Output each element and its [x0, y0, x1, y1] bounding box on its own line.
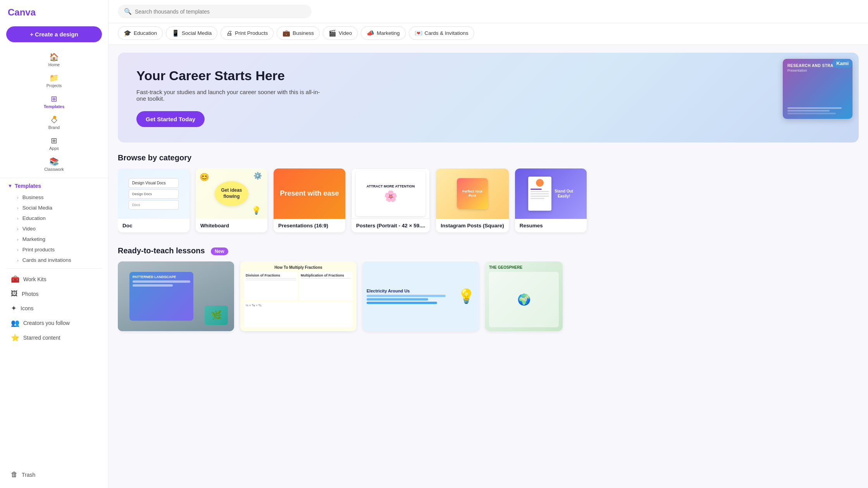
sidebar-nav-classwork[interactable]: 📚 Classwork [42, 154, 67, 175]
tab-business[interactable]: 💼 Business [277, 26, 320, 40]
category-card-posters[interactable]: Attract More Attention 🌸 Posters (Portra… [351, 168, 430, 232]
division-label: Division of Fractions [246, 273, 296, 277]
sidebar-item-marketing[interactable]: › Marketing [3, 234, 105, 244]
attract-attention-title: Attract More Attention [367, 185, 415, 189]
fractions-inner: How To Multiply Fractions Division of Fr… [240, 261, 356, 331]
landscape-inner: Patterned Landscape 🌿 [118, 261, 234, 331]
sidebar-item-trash[interactable]: 🗑 Trash [3, 467, 105, 482]
sidebar-item-starred-content[interactable]: ⭐ Starred content [3, 330, 105, 345]
sidebar-nav-apps[interactable]: ⊞ Apps [42, 133, 67, 154]
sidebar-item-creators-follow[interactable]: 👥 Creators you follow [3, 316, 105, 330]
landscape-bar-2 [133, 284, 173, 287]
sidebar-item-cards-invitations[interactable]: › Cards and invitations [3, 255, 105, 265]
classwork-icon: 📚 [49, 157, 59, 166]
doc-strip-3: Docs [129, 200, 179, 210]
sidebar-nav-projects[interactable]: 📁 Projects [42, 70, 67, 91]
tab-video[interactable]: 🎬 Video [323, 26, 358, 40]
trash-label: Trash [22, 472, 35, 478]
sidebar: Canva + Create a design 🏠 Home 📁 Project… [0, 0, 108, 488]
tab-print-products[interactable]: 🖨 Print Products [220, 26, 274, 40]
starred-icon: ⭐ [11, 333, 19, 342]
category-card-doc[interactable]: Design Visual Docs Design Docs Docs Doc [118, 168, 189, 232]
doc-card-image: Design Visual Docs Design Docs Docs [118, 168, 189, 219]
hero-title: Your Career Starts Here [136, 68, 330, 83]
elec-bar-2 [367, 298, 428, 301]
templates-section: ▼ Templates › Business › Social Media › … [0, 180, 108, 265]
multiplication-box: Multiplication of Fractions [299, 272, 353, 301]
hero-subtitle: Fast-track your studies and launch your … [136, 89, 322, 102]
new-badge: New [211, 247, 228, 255]
doc-inner-content: Design Visual Docs Design Docs Docs [118, 174, 189, 214]
posters-card-image: Attract More Attention 🌸 [351, 168, 430, 219]
hero-research-card: Research and Strategy Presentation [783, 59, 852, 119]
print-chevron-right-icon: › [17, 247, 19, 252]
lesson-card-electricity[interactable]: Electricity Around Us 💡 [363, 261, 479, 331]
cards-chevron-right-icon: › [17, 258, 19, 263]
search-bar-container: 🔍 [118, 5, 312, 18]
lesson-card-landscape[interactable]: Patterned Landscape 🌿 [118, 261, 234, 331]
sidebar-item-print-products[interactable]: › Print products [3, 244, 105, 255]
category-card-instagram[interactable]: Perfect Your Post Instagram Posts (Squar… [436, 168, 509, 232]
education-tab-icon: 🎓 [124, 29, 131, 37]
whiteboard-inner: 😊 ⚙️ Get ideasflowing 💡 [196, 168, 267, 219]
cards-tab-icon: 💌 [415, 29, 422, 37]
electricity-items [367, 295, 455, 304]
sidebar-nav-brand[interactable]: ◇ Brand [42, 112, 67, 133]
category-card-whiteboard[interactable]: 😊 ⚙️ Get ideasflowing 💡 Whiteboard [196, 168, 267, 232]
division-line-1 [246, 278, 296, 279]
electricity-title: Electricity Around Us [367, 289, 455, 293]
creators-icon: 👥 [11, 319, 19, 327]
category-cards-grid: Design Visual Docs Design Docs Docs Doc … [118, 168, 859, 235]
whiteboard-card-image: 😊 ⚙️ Get ideasflowing 💡 [196, 168, 267, 219]
category-card-presentations[interactable]: Present with ease Presentations (16:9) [274, 168, 345, 232]
sidebar-item-cards-invitations-label: Cards and invitations [22, 257, 71, 263]
electricity-bulb-icon: 💡 [458, 288, 475, 304]
templates-label: Templates [44, 104, 65, 109]
attract-attention-visual: Attract More Attention 🌸 [356, 171, 425, 216]
sidebar-item-icons[interactable]: ✦ Icons [3, 301, 105, 316]
sidebar-item-video[interactable]: › Video [3, 223, 105, 234]
multiplication-label: Multiplication of Fractions [301, 273, 351, 277]
print-products-tab-label: Print Products [235, 30, 268, 36]
division-line-2 [246, 280, 296, 280]
cards-tab-label: Cards & Invitations [425, 30, 468, 36]
marketing-tab-icon: 📣 [367, 29, 374, 37]
tab-marketing[interactable]: 📣 Marketing [361, 26, 405, 40]
category-card-resumes[interactable]: Stand OutEasily! Resumes [515, 168, 587, 232]
sidebar-nav-templates[interactable]: ⊞ Templates [42, 91, 67, 112]
social-chevron-right-icon: › [17, 206, 19, 210]
elec-bar-3 [367, 302, 437, 304]
photos-label: Photos [22, 291, 39, 297]
instagram-inner: Perfect Your Post [436, 168, 509, 219]
tab-social-media[interactable]: 📱 Social Media [166, 26, 217, 40]
templates-chevron-down-icon: ▼ [8, 183, 12, 189]
sidebar-item-education-label: Education [22, 215, 46, 221]
division-box: Division of Fractions [244, 272, 298, 301]
tab-cards-invitations[interactable]: 💌 Cards & Invitations [409, 26, 474, 40]
create-design-button[interactable]: + Create a design [6, 26, 102, 42]
geosphere-title: The Geosphere [489, 265, 559, 270]
lesson-card-fractions[interactable]: How To Multiply Fractions Division of Fr… [240, 261, 356, 331]
wb-emoji-3: 💡 [251, 206, 261, 215]
sidebar-item-social-media[interactable]: › Social Media [3, 203, 105, 213]
sidebar-item-work-kits[interactable]: 🧰 Work Kits [3, 272, 105, 287]
work-kits-label: Work Kits [23, 276, 46, 282]
sidebar-item-education[interactable]: › Education [3, 213, 105, 223]
lesson-card-geosphere[interactable]: The Geosphere 🌍 [485, 261, 563, 331]
sidebar-item-business[interactable]: › Business [3, 192, 105, 203]
geosphere-icon: 🌍 [489, 272, 559, 327]
sidebar-nav-home[interactable]: 🏠 Home [42, 49, 67, 70]
marketing-tab-label: Marketing [377, 30, 400, 36]
tab-education[interactable]: 🎓 Education [118, 26, 163, 40]
brand-label: Brand [48, 125, 60, 130]
hero-cta-button[interactable]: Get Started Today [136, 111, 205, 127]
templates-section-header[interactable]: ▼ Templates [0, 180, 108, 192]
landscape-thumbnail-2: 🌿 [205, 306, 228, 325]
presentations-card-image: Present with ease [274, 168, 345, 219]
apps-icon: ⊞ [51, 136, 57, 145]
sidebar-item-photos[interactable]: 🖼 Photos [3, 287, 105, 301]
classwork-label: Classwork [44, 167, 64, 172]
whiteboard-card-label: Whiteboard [196, 219, 267, 232]
search-input[interactable] [135, 9, 305, 15]
page-content: Kami Your Career Starts Here Fast-track … [108, 53, 868, 344]
